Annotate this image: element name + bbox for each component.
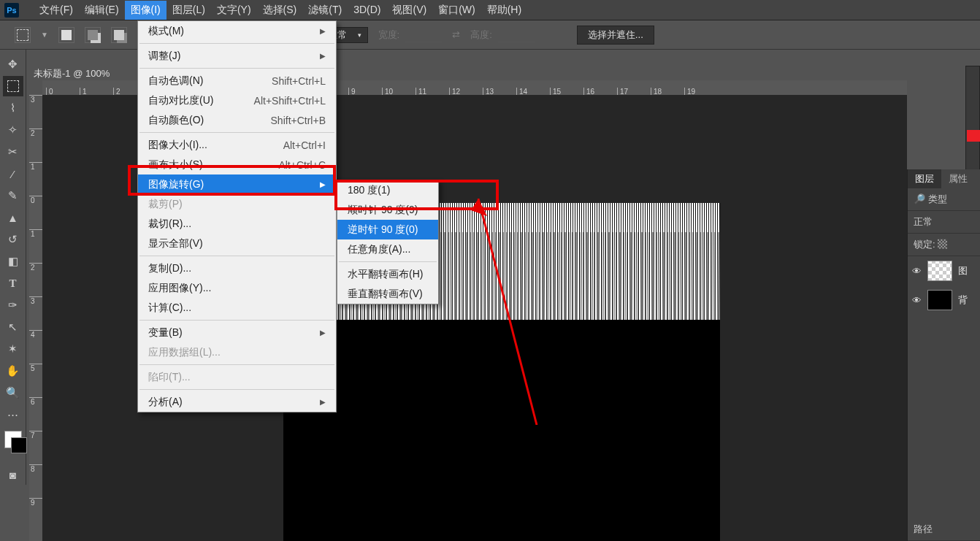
menu-6[interactable]: 滤镜(T) <box>302 1 348 20</box>
lock-row: 锁定: ▩ <box>908 234 980 256</box>
height-label: 高度: <box>470 28 492 42</box>
color-panel-stub[interactable] <box>965 66 980 183</box>
quick-mask-icon[interactable]: ◙ <box>3 464 23 485</box>
layer-name: 图 <box>958 264 968 277</box>
visibility-icon[interactable]: 👁 <box>912 295 922 306</box>
marquee-tool-icon[interactable] <box>15 27 31 43</box>
brush-tool-icon[interactable]: ✎ <box>3 185 23 206</box>
eraser-tool-icon[interactable]: ◧ <box>3 251 23 272</box>
shape-tool-icon[interactable]: ✶ <box>3 339 23 359</box>
chevron-down-icon[interactable]: ▼ <box>41 31 48 39</box>
menu-item[interactable]: 变量(B) <box>138 323 336 342</box>
crop-tool-icon[interactable]: ✂ <box>3 142 23 162</box>
menu-1[interactable]: 编辑(E) <box>79 1 125 20</box>
menu-item[interactable]: 裁切(R)... <box>138 214 336 234</box>
layer-thumbnail[interactable] <box>927 290 952 310</box>
swap-icon[interactable]: ⇄ <box>452 29 460 40</box>
more-tools-icon[interactable]: ⋯ <box>3 404 23 425</box>
type-tool-icon[interactable]: T <box>3 273 23 293</box>
menu-3[interactable]: 图层(L) <box>166 1 211 20</box>
menu-item[interactable]: 应用图像(Y)... <box>138 278 336 298</box>
layer-thumbnail[interactable] <box>927 261 952 281</box>
subtract-selection-icon[interactable] <box>111 27 127 43</box>
menu-item[interactable]: 垂直翻转画布(V) <box>337 284 438 304</box>
marquee-tool-icon[interactable] <box>3 76 23 96</box>
menu-item[interactable]: 水平翻转画布(H) <box>337 264 438 284</box>
toolbox: ✥ ⌇ ✧ ✂ ⁄ ✎ ▲ ↺ ◧ T ✑ ↖ ✶ ✋ 🔍 ⋯ ◙ <box>0 50 26 485</box>
menu-4[interactable]: 文字(Y) <box>211 1 257 20</box>
menu-item[interactable]: 自动颜色(O)Shift+Ctrl+B <box>138 110 336 130</box>
menu-item[interactable]: 模式(M) <box>138 21 336 41</box>
menu-5[interactable]: 选择(S) <box>257 1 303 20</box>
menu-8[interactable]: 视图(V) <box>386 1 432 20</box>
image-rotation-submenu: 180 度(1)顺时针 90 度(9)逆时针 90 度(0)任意角度(A)...… <box>337 180 439 304</box>
foreground-background-colors[interactable] <box>4 431 22 448</box>
ruler-vertical: 3210123456789 <box>29 95 42 541</box>
path-select-icon[interactable]: ↖ <box>3 317 23 337</box>
menu-item[interactable]: 分析(A) <box>138 392 336 412</box>
lasso-tool-icon[interactable]: ⌇ <box>3 98 23 118</box>
menu-item: 裁剪(P) <box>138 194 336 214</box>
move-tool-icon[interactable]: ✥ <box>3 54 23 74</box>
menu-item[interactable]: 调整(J) <box>138 46 336 66</box>
menu-item[interactable]: 顺时针 90 度(9) <box>337 200 438 220</box>
layer-filter[interactable]: 🔎 类型 <box>908 188 980 211</box>
select-and-mask-button[interactable]: 选择并遮住... <box>577 26 654 45</box>
width-label: 宽度: <box>378 28 400 42</box>
menu-item[interactable]: 180 度(1) <box>337 180 438 200</box>
layer-name: 背 <box>958 293 968 307</box>
image-menu-dropdown: 模式(M)调整(J)自动色调(N)Shift+Ctrl+L自动对比度(U)Alt… <box>137 20 337 413</box>
tab-properties[interactable]: 属性 <box>941 169 975 188</box>
menu-10[interactable]: 帮助(H) <box>481 1 527 20</box>
menu-item[interactable]: 计算(C)... <box>138 298 336 318</box>
paths-label[interactable]: 路径 <box>908 518 980 541</box>
hand-tool-icon[interactable]: ✋ <box>3 361 23 381</box>
pen-tool-icon[interactable]: ✑ <box>3 295 23 315</box>
blend-mode-select[interactable]: 正常 <box>908 211 980 234</box>
menu-7[interactable]: 3D(D) <box>348 1 386 20</box>
menu-9[interactable]: 窗口(W) <box>432 1 481 20</box>
layer-row[interactable]: 👁 图 <box>908 256 980 285</box>
menu-item: 陷印(T)... <box>138 367 336 387</box>
menu-item[interactable]: 任意角度(A)... <box>337 239 438 259</box>
zoom-tool-icon[interactable]: 🔍 <box>3 383 23 403</box>
menu-item[interactable]: 画布大小(S)...Alt+Ctrl+C <box>138 155 336 174</box>
menu-item[interactable]: 自动对比度(U)Alt+Shift+Ctrl+L <box>138 91 336 110</box>
clone-stamp-icon[interactable]: ▲ <box>3 207 23 228</box>
eyedropper-icon[interactable]: ⁄ <box>3 164 23 184</box>
new-selection-icon[interactable] <box>58 27 74 43</box>
layers-panel: 图层 属性 🔎 类型 正常 锁定: ▩ 👁 图 👁 背 路径 <box>907 169 980 541</box>
menu-item: 应用数据组(L)... <box>138 342 336 362</box>
menu-item[interactable]: 图像旋转(G) <box>138 174 336 194</box>
magic-wand-icon[interactable]: ✧ <box>3 120 23 140</box>
visibility-icon[interactable]: 👁 <box>912 266 922 277</box>
menu-item[interactable]: 图像大小(I)...Alt+Ctrl+I <box>138 135 336 155</box>
menu-item[interactable]: 复制(D)... <box>138 258 336 278</box>
tab-layers[interactable]: 图层 <box>908 169 941 188</box>
menu-item[interactable]: 自动色调(N)Shift+Ctrl+L <box>138 71 336 91</box>
menu-0[interactable]: 文件(F) <box>34 1 79 20</box>
history-brush-icon[interactable]: ↺ <box>3 229 23 250</box>
foreground-color-swatch[interactable] <box>967 130 980 142</box>
menu-item[interactable]: 显示全部(V) <box>138 234 336 253</box>
add-selection-icon[interactable] <box>85 27 101 43</box>
app-logo: Ps <box>4 3 19 18</box>
menu-bar: Ps 文件(F)编辑(E)图像(I)图层(L)文字(Y)选择(S)滤镜(T)3D… <box>0 0 980 20</box>
menu-item[interactable]: 逆时针 90 度(0) <box>337 220 438 239</box>
layer-row[interactable]: 👁 背 <box>908 285 980 315</box>
menu-2[interactable]: 图像(I) <box>125 1 166 20</box>
